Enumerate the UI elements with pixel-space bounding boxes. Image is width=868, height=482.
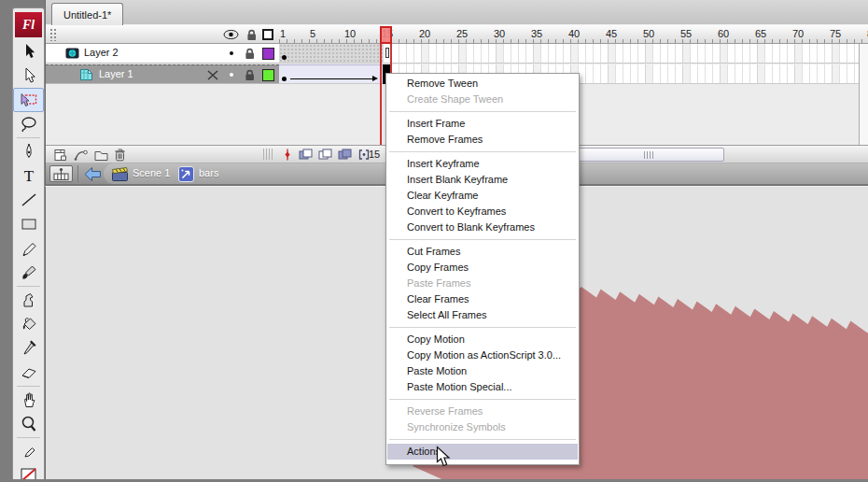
layer2-outline-swatch[interactable] [262, 48, 274, 60]
pen-tool-button[interactable] [13, 139, 44, 163]
layer1-name[interactable]: Layer 1 [99, 68, 133, 79]
lasso-icon [18, 115, 40, 134]
lock-layers-icon[interactable] [245, 29, 258, 41]
text-icon: T [18, 166, 40, 185]
selection-tool-button[interactable] [13, 39, 44, 64]
context-menu-item[interactable]: Clear Frames [387, 291, 578, 307]
timeline-toggle-button[interactable] [49, 165, 73, 182]
context-menu-item[interactable]: Paste Frames [387, 276, 578, 291]
context-menu-item[interactable]: Reverse Frames [387, 404, 578, 419]
document-tab[interactable]: Untitled-1* [51, 3, 123, 25]
scene-clapperboard-icon [111, 166, 129, 182]
context-menu-item[interactable]: Remove Tween [387, 76, 578, 92]
panel-grip[interactable] [49, 28, 58, 41]
new-layer-icon[interactable] [52, 148, 67, 162]
status-bar-grip[interactable] [263, 149, 273, 160]
center-frame-icon[interactable] [282, 148, 293, 162]
symbol-breadcrumb[interactable]: bars [199, 167, 218, 178]
pencil-tool-button[interactable] [13, 236, 44, 261]
playhead[interactable] [380, 26, 392, 44]
context-menu-item[interactable]: Select All Frames [387, 307, 578, 323]
line-tool-button[interactable] [13, 188, 44, 212]
context-menu-item[interactable]: Convert to Blank Keyframes [387, 220, 578, 235]
context-menu-item[interactable] [387, 323, 578, 332]
context-menu-item[interactable]: Create Shape Tween [387, 92, 578, 107]
context-menu-item[interactable]: Copy Motion [387, 332, 578, 347]
edit-multiple-frames-icon[interactable] [337, 148, 353, 162]
rectangle-icon [18, 215, 40, 234]
hand-tool-button[interactable] [13, 388, 44, 412]
zoom-tool-button[interactable] [13, 412, 44, 436]
layer1-tween-span[interactable] [279, 64, 384, 83]
layer2-name-cell[interactable]: Layer 2 [46, 44, 279, 64]
layer2-frames[interactable] [279, 44, 860, 64]
context-menu-item-label: Paste Motion Special... [407, 381, 512, 392]
context-menu-item-label: Convert to Blank Keyframes [407, 221, 535, 233]
flash-logo-text: Fl [22, 18, 35, 33]
context-menu-item[interactable] [387, 435, 578, 444]
add-motion-guide-icon[interactable] [73, 148, 89, 162]
context-menu-item-label: Insert Frame [407, 118, 465, 129]
layer1-visibility-dot[interactable] [230, 73, 233, 77]
layer1-lock-icon[interactable] [244, 69, 256, 81]
onion-skin-outlines-icon[interactable] [317, 148, 333, 162]
context-menu-item[interactable]: Paste Motion Special... [387, 379, 578, 395]
layer2-frame-span[interactable] [279, 44, 384, 63]
layer1-outline-swatch[interactable] [262, 69, 274, 81]
eraser-tool-button[interactable] [13, 361, 44, 385]
lasso-tool-button[interactable] [13, 112, 44, 136]
delete-layer-trash-icon[interactable] [112, 148, 127, 162]
eyedropper-icon [18, 339, 40, 358]
context-menu-item[interactable]: Actions [387, 444, 578, 460]
pencil-icon [18, 239, 40, 258]
rectangle-tool-button[interactable] [13, 212, 44, 236]
free-transform-tool-button[interactable] [13, 88, 44, 112]
masked-layer-icon [79, 68, 93, 81]
context-menu-item[interactable]: Copy Frames [387, 260, 578, 276]
stroke-color-swatch[interactable] [13, 463, 44, 479]
timeline-vertical-scrollbar[interactable] [859, 44, 868, 145]
back-arrow-icon[interactable] [83, 166, 103, 182]
context-menu-item[interactable]: Remove Frames [387, 132, 578, 148]
new-folder-icon[interactable] [93, 148, 108, 162]
context-menu-item-label: Create Shape Tween [407, 93, 503, 105]
onion-skin-icon[interactable] [298, 148, 314, 162]
outline-layers-icon[interactable] [262, 29, 273, 40]
paint-bucket-tool-button[interactable] [13, 312, 44, 336]
ink-bottle-icon [18, 291, 40, 309]
text-tool-button[interactable]: T [13, 163, 44, 188]
context-menu-item[interactable]: Copy Motion as ActionScript 3.0... [387, 347, 578, 363]
layer1-keyframe-dot [282, 77, 287, 81]
context-menu-item-label: Copy Frames [407, 262, 469, 273]
context-menu-item[interactable]: Convert to Keyframes [387, 204, 578, 220]
layer2-visibility-dot[interactable] [230, 51, 233, 55]
subselection-tool-button[interactable] [13, 64, 44, 88]
context-menu-item[interactable] [387, 148, 578, 156]
layer1-name-cell[interactable]: Layer 1 [46, 64, 279, 84]
show-hide-layers-eye-icon[interactable] [223, 29, 239, 40]
layer2-name[interactable]: Layer 2 [84, 47, 119, 58]
context-menu-item[interactable]: Insert Keyframe [387, 156, 578, 172]
frame-context-menu: Remove Tween Create Shape Tween Insert F… [385, 73, 580, 465]
free-transform-icon [18, 91, 40, 109]
context-menu-item[interactable]: Insert Blank Keyframe [387, 172, 578, 188]
ruler-tick-marks [279, 39, 868, 43]
context-menu-item-label: Synchronize Symbols [407, 421, 506, 432]
stroke-color-label [13, 439, 44, 463]
context-menu-item[interactable]: Paste Motion [387, 363, 578, 379]
context-menu-item[interactable]: Cut Frames [387, 244, 578, 260]
ink-bottle-tool-button[interactable] [13, 288, 44, 312]
context-menu-item[interactable] [387, 235, 578, 244]
context-menu-item[interactable]: Insert Frame [387, 116, 578, 132]
layer2-keyframe-dot [282, 55, 287, 60]
scene-breadcrumb[interactable]: Scene 1 [133, 167, 170, 178]
context-menu-item[interactable]: Clear Keyframe [387, 188, 578, 204]
flash-logo: Fl [15, 12, 42, 37]
context-menu-item[interactable] [387, 107, 578, 116]
layer2-lock-icon[interactable] [244, 48, 256, 60]
context-menu-item[interactable] [387, 395, 578, 404]
brush-tool-button[interactable] [13, 261, 44, 285]
eyedropper-tool-button[interactable] [13, 336, 44, 361]
pen-icon [18, 142, 40, 161]
context-menu-item[interactable]: Synchronize Symbols [387, 419, 578, 435]
